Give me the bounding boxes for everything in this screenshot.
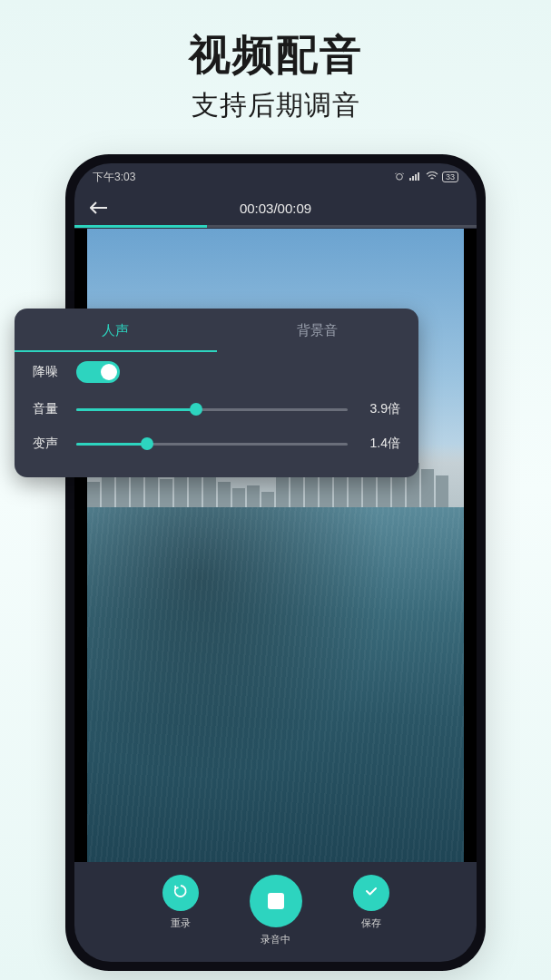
pitch-value: 1.4倍 (360, 436, 400, 452)
rerecord-label: 重录 (171, 916, 191, 930)
noise-toggle[interactable] (76, 361, 120, 383)
phone-frame: 下午3:03 33 00:03/00:09 (65, 154, 486, 971)
rerecord-button[interactable]: 重录 (162, 875, 199, 930)
audio-panel: 人声 背景音 降噪 音量 3.9倍 变声 1.4倍 (15, 309, 418, 477)
volume-row: 音量 3.9倍 (15, 392, 418, 426)
noise-label: 降噪 (33, 364, 64, 380)
stop-icon (268, 893, 284, 909)
wifi-icon (426, 172, 438, 182)
pitch-row: 变声 1.4倍 (15, 426, 418, 461)
alarm-icon (393, 172, 406, 182)
tab-bgm[interactable]: 背景音 (217, 309, 419, 352)
svg-rect-4 (418, 172, 419, 181)
video-water (87, 507, 464, 862)
bottom-controls: 重录 录音中 保存 (74, 862, 477, 962)
app-header: 00:03/00:09 (74, 191, 477, 225)
redo-icon (172, 883, 189, 903)
save-label: 保存 (361, 916, 381, 930)
promo-subtitle: 支持后期调音 (0, 87, 551, 124)
panel-tabs: 人声 背景音 (15, 309, 418, 352)
phone-screen: 下午3:03 33 00:03/00:09 (74, 163, 477, 962)
save-button[interactable]: 保存 (353, 875, 389, 930)
volume-label: 音量 (33, 401, 64, 417)
volume-slider[interactable] (76, 408, 348, 411)
status-bar: 下午3:03 33 (74, 163, 477, 191)
volume-slider-thumb[interactable] (190, 403, 202, 416)
svg-rect-2 (412, 176, 414, 181)
video-progress-fill (74, 225, 207, 228)
svg-rect-1 (409, 178, 411, 181)
back-button[interactable] (89, 198, 109, 218)
recording-label: 录音中 (261, 933, 290, 946)
pitch-slider[interactable] (76, 443, 348, 446)
volume-value: 3.9倍 (360, 401, 400, 417)
toggle-knob (101, 364, 117, 380)
status-time: 下午3:03 (93, 170, 135, 185)
battery-icon: 33 (442, 172, 458, 182)
pitch-slider-thumb[interactable] (141, 437, 153, 450)
volume-slider-fill (76, 408, 196, 411)
promo-title: 视频配音 (0, 0, 551, 83)
signal-icon (409, 172, 422, 182)
check-icon (363, 883, 379, 903)
video-progress[interactable] (74, 225, 477, 228)
record-button[interactable]: 录音中 (250, 875, 302, 946)
noise-row: 降噪 (15, 352, 418, 392)
pitch-slider-fill (76, 443, 147, 446)
pitch-label: 变声 (33, 436, 64, 452)
svg-point-0 (397, 174, 403, 181)
tab-voice[interactable]: 人声 (15, 309, 217, 352)
status-indicators: 33 (393, 172, 458, 182)
svg-rect-3 (415, 174, 417, 181)
video-timecode: 00:03/00:09 (74, 201, 477, 216)
